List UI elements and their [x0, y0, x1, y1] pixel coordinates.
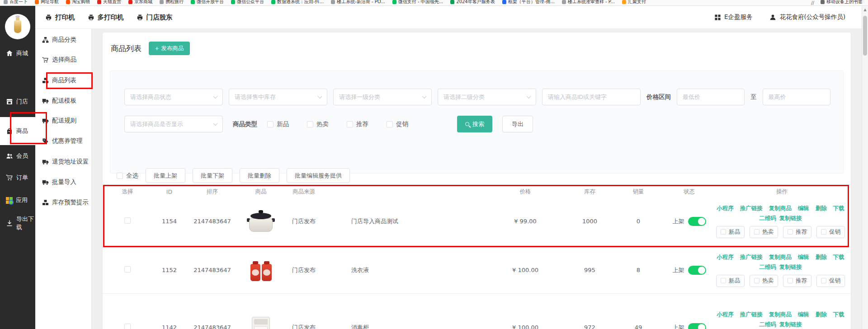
- type-checkbox-new[interactable]: 新品: [267, 120, 289, 128]
- bookmark-item[interactable]: 淘宝购物: [66, 0, 90, 5]
- sidebar-item-members[interactable]: 会员: [0, 150, 35, 162]
- download-link[interactable]: 下载: [833, 254, 844, 261]
- user-menu[interactable]: 花花食府(公众号操作员): [769, 13, 845, 21]
- pot-product-image[interactable]: [247, 207, 275, 235]
- search-button[interactable]: 搜索: [457, 116, 492, 132]
- sidebar-item-apps[interactable]: 应用: [0, 194, 35, 206]
- submenu-item-stock-warning[interactable]: 库存预警提示: [35, 197, 92, 208]
- edit-link[interactable]: 编辑: [798, 254, 809, 261]
- bookmark-item[interactable]: 京东商城: [128, 0, 152, 5]
- publish-goods-button[interactable]: +发布商品: [149, 42, 190, 55]
- selling-stock-select[interactable]: 请选择售中库存: [229, 89, 327, 105]
- export-button[interactable]: 导出: [502, 116, 533, 132]
- batch-delete-button[interactable]: 批量删除: [240, 168, 279, 183]
- submenu-item-goods-list[interactable]: 商品列表: [35, 75, 92, 86]
- batch-edit-service-button[interactable]: 批量编辑服务提供: [287, 168, 350, 183]
- mini-program-link[interactable]: 小程序: [717, 205, 734, 212]
- status-toggle[interactable]: [688, 217, 706, 226]
- printer-menu[interactable]: 打印机: [45, 13, 75, 22]
- batch-off-shelf-button[interactable]: 批量下架: [193, 168, 232, 183]
- copy-goods-link[interactable]: 复制商品: [769, 311, 792, 319]
- type-checkbox-promotion[interactable]: 促销: [387, 120, 408, 128]
- type-checkbox-hot[interactable]: 热卖: [307, 120, 329, 128]
- download-link[interactable]: 下载: [833, 205, 844, 212]
- bookmark-item[interactable]: 微信公众平台: [231, 0, 264, 5]
- submenu-item-delivery-rules[interactable]: 配送规则: [35, 115, 92, 126]
- tag-chip-recommend[interactable]: 推荐: [783, 275, 811, 287]
- bookmark-item[interactable]: 微信支付 - 中国领先...: [392, 0, 443, 5]
- keyword-input[interactable]: [542, 89, 641, 105]
- sidebar-item-orders[interactable]: 订单: [0, 172, 35, 183]
- select-all-checkbox[interactable]: 全选: [117, 172, 138, 180]
- tag-chip-promotion[interactable]: 促销: [816, 226, 845, 238]
- goods-display-select[interactable]: 请选择商品是否显示: [124, 116, 223, 132]
- tag-chip-promotion[interactable]: 促销: [816, 275, 845, 287]
- scrollbar-thumb[interactable]: [863, 16, 867, 56]
- sidebar-item-export-download[interactable]: 导出下载: [0, 217, 35, 229]
- scroll-up-arrow-icon[interactable]: ▲: [862, 6, 868, 12]
- submenu-item-select-goods[interactable]: 选择商品: [35, 54, 92, 65]
- max-price-input[interactable]: [763, 89, 830, 105]
- copy-goods-link[interactable]: 复制商品: [769, 205, 792, 212]
- multi-printer-menu[interactable]: 多打印机: [88, 13, 124, 22]
- bookmark-item[interactable]: 楼工系统准审查样 - P...: [562, 0, 615, 5]
- promo-link[interactable]: 推广链接: [740, 205, 763, 212]
- submenu-item-batch-import[interactable]: 批量导入: [35, 177, 92, 188]
- delete-link[interactable]: 删除: [816, 205, 827, 212]
- bookmark-item[interactable]: 携程旅行: [160, 0, 184, 5]
- bookmark-item[interactable]: 框架（平台）管理-佣...: [502, 0, 555, 5]
- edit-link[interactable]: 编辑: [798, 311, 809, 319]
- status-toggle[interactable]: [688, 266, 706, 275]
- min-price-input[interactable]: [677, 89, 745, 105]
- bookmark-item[interactable]: 楼工系统-新活荷 - PO...: [331, 0, 385, 5]
- tag-chip-new[interactable]: 新品: [716, 275, 745, 287]
- submenu-item-coupon-management[interactable]: 优惠券管理: [35, 136, 92, 146]
- category-level1-select[interactable]: 请选择一级分类: [333, 89, 432, 105]
- copy-goods-link[interactable]: 复制商品: [769, 254, 792, 261]
- download-link[interactable]: 下载: [833, 311, 844, 319]
- vertical-scrollbar[interactable]: ▲: [862, 6, 868, 329]
- status-toggle[interactable]: [688, 323, 706, 329]
- bookmark-item[interactable]: 百度一下: [4, 0, 28, 5]
- sidebar-item-goods[interactable]: 商品: [0, 117, 35, 145]
- batch-on-shelf-button[interactable]: 批量上架: [146, 168, 185, 183]
- submenu-item-return-address[interactable]: 退货地址设置: [35, 156, 92, 167]
- service-menu[interactable]: E企盈服务: [714, 13, 753, 21]
- delete-link[interactable]: 删除: [816, 254, 827, 261]
- promo-link[interactable]: 推广链接: [740, 254, 763, 261]
- tag-chip-hot[interactable]: 热卖: [750, 226, 778, 238]
- qrcode-link[interactable]: 二维码: [759, 263, 776, 271]
- type-checkbox-recommend[interactable]: 推荐: [347, 120, 368, 128]
- qrcode-link[interactable]: 二维码: [759, 215, 776, 222]
- bookmark-item[interactable]: 网址导航: [35, 0, 59, 5]
- copy-url-link[interactable]: 复制链接: [779, 263, 802, 271]
- bookmark-item[interactable]: 天猫直营: [97, 0, 121, 5]
- submenu-item-goods-category[interactable]: 商品分类: [35, 34, 92, 45]
- submenu-item-delivery-template[interactable]: 配送模板: [35, 95, 92, 106]
- store-shareholder-menu[interactable]: 门店股东: [137, 13, 173, 22]
- mini-program-link[interactable]: 小程序: [717, 254, 734, 261]
- bookmark-item[interactable]: 微信开放平台: [191, 0, 224, 5]
- goods-status-select[interactable]: 请选择商品状态: [124, 89, 223, 105]
- row-checkbox[interactable]: [124, 217, 131, 224]
- tag-chip-new[interactable]: 新品: [716, 226, 745, 238]
- copy-url-link[interactable]: 复制链接: [779, 215, 802, 222]
- avatar[interactable]: [5, 14, 30, 39]
- tag-chip-recommend[interactable]: 推荐: [783, 226, 811, 238]
- mini-program-link[interactable]: 小程序: [717, 311, 734, 319]
- sidebar-item-store[interactable]: 门店: [0, 96, 35, 108]
- bookmark-item[interactable]: 2024年客户服务表: [450, 0, 495, 5]
- detergent-product-image[interactable]: [247, 256, 275, 284]
- cabinet-product-image[interactable]: [247, 314, 275, 329]
- sidebar-item-mall[interactable]: 商城: [0, 47, 35, 59]
- edit-link[interactable]: 编辑: [798, 205, 809, 212]
- category-level2-select[interactable]: 请选择二级分类: [438, 89, 536, 105]
- copy-url-link[interactable]: 复制链接: [779, 321, 802, 329]
- mobile-bookmarks-folder[interactable]: 移动设备上的书签: [821, 0, 863, 5]
- bookmark-item[interactable]: 数据通系统：应用-抖...: [271, 0, 324, 5]
- promo-link[interactable]: 推广链接: [740, 311, 763, 319]
- bookmarks-overflow-chevron[interactable]: //: [811, 0, 814, 5]
- row-checkbox[interactable]: [124, 266, 131, 273]
- tag-chip-hot[interactable]: 热卖: [750, 275, 778, 287]
- bookmark-item[interactable]: 汇聚支付: [622, 0, 646, 5]
